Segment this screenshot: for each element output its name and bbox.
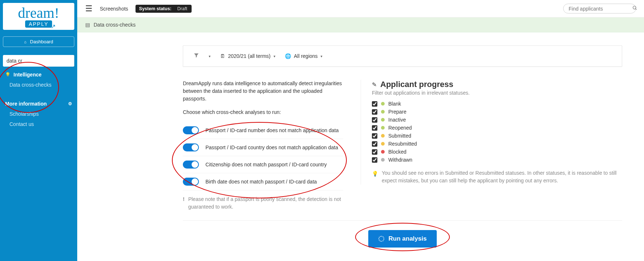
status-checkbox[interactable] bbox=[372, 125, 377, 131]
status-dot-icon bbox=[381, 158, 385, 162]
lightbulb-icon: 💡 bbox=[372, 170, 378, 185]
nav-item-data-cross-checks[interactable]: Data cross-checks bbox=[3, 80, 74, 90]
content: ▾ 🗓 2020/21 (all terms) ▾ 🌐 All regions … bbox=[77, 32, 644, 261]
progress-tip: 💡 You should see no errors in Submitted … bbox=[372, 169, 622, 185]
status-checkbox[interactable] bbox=[372, 109, 377, 115]
option-label: Passport / ID-card country does not matc… bbox=[205, 145, 338, 150]
status-label: Reopened bbox=[388, 125, 412, 131]
find-applicants[interactable] bbox=[563, 4, 636, 13]
status-checkbox[interactable] bbox=[372, 133, 377, 139]
nav-item-contact-us[interactable]: Contact us bbox=[3, 119, 74, 129]
breadcrumb: ▤ Data cross-checks bbox=[77, 17, 644, 32]
status-dot-icon bbox=[381, 110, 385, 114]
home-icon: ⌂ bbox=[24, 40, 27, 44]
toggle-passport-country[interactable] bbox=[183, 143, 199, 151]
status-label: Blank bbox=[388, 101, 401, 107]
status-checkbox[interactable] bbox=[372, 157, 377, 163]
logo-script: dream! bbox=[7, 6, 70, 20]
status-checkbox[interactable] bbox=[372, 149, 377, 155]
option-row: Citizenship does not match passport / ID… bbox=[183, 156, 343, 173]
toggle-citizenship[interactable] bbox=[183, 161, 199, 169]
lightbulb-icon: 💡 bbox=[5, 72, 11, 77]
status-dot-icon bbox=[381, 134, 385, 138]
sidebar: dream! APPLY ⌂ Dashboard 💡 Intelligence … bbox=[0, 0, 77, 261]
chevron-down-icon[interactable]: ▾ bbox=[209, 54, 211, 58]
topbar: ☰ Screenshots System status: Draft bbox=[77, 0, 644, 17]
run-label: Run analysis bbox=[389, 235, 427, 242]
gear-icon[interactable]: ⚙ bbox=[68, 101, 72, 106]
status-row: Withdrawn bbox=[372, 157, 622, 163]
sidebar-search-input[interactable] bbox=[3, 55, 74, 67]
region-label: All regions bbox=[294, 53, 318, 59]
status-row: Reopened bbox=[372, 125, 622, 131]
screenshots-link[interactable]: Screenshots bbox=[100, 6, 128, 12]
tip-text: You should see no errors in Submitted or… bbox=[382, 169, 622, 185]
nav-intelligence-label: Intelligence bbox=[13, 72, 42, 78]
status-checkbox[interactable] bbox=[372, 101, 377, 107]
run-analysis-button[interactable]: Run analysis bbox=[368, 230, 437, 248]
status-row: Inactive bbox=[372, 117, 622, 123]
find-applicants-input[interactable] bbox=[569, 6, 632, 12]
funnel-icon[interactable] bbox=[193, 52, 199, 60]
system-status-label: System status: bbox=[139, 6, 172, 11]
scan-note: ! Please note that if a passport is poor… bbox=[183, 195, 343, 211]
book-icon: ▤ bbox=[85, 22, 90, 28]
chevron-down-icon: ▾ bbox=[274, 54, 275, 58]
system-status-pill[interactable]: System status: Draft bbox=[136, 5, 192, 13]
nav-item-scholarships[interactable]: Scholarships bbox=[3, 109, 74, 119]
status-checkbox[interactable] bbox=[372, 141, 377, 147]
breadcrumb-title: Data cross-checks bbox=[94, 22, 136, 28]
term-label: 2020/21 (all terms) bbox=[228, 53, 271, 59]
system-status-value: Draft bbox=[175, 6, 189, 11]
svg-point-2 bbox=[633, 6, 636, 9]
pencil-icon: ✎ bbox=[372, 81, 377, 88]
progress-panel: ✎ Applicant progress Filter out applicat… bbox=[361, 80, 622, 185]
main: ☰ Screenshots System status: Draft ▤ Dat… bbox=[77, 0, 644, 261]
status-checkbox[interactable] bbox=[372, 117, 377, 123]
svg-line-3 bbox=[636, 9, 637, 10]
progress-title: Applicant progress bbox=[380, 80, 453, 89]
option-label: Birth date does not match passport / ID-… bbox=[205, 179, 317, 185]
spinner-icon bbox=[378, 236, 384, 242]
filter-bar: ▾ 🗓 2020/21 (all terms) ▾ 🌐 All regions … bbox=[183, 46, 622, 67]
nav-section-intelligence[interactable]: 💡 Intelligence bbox=[3, 67, 74, 80]
exclamation-icon: ! bbox=[183, 195, 185, 211]
status-dot-icon bbox=[381, 118, 385, 122]
status-dot-icon bbox=[381, 142, 385, 146]
option-row: Birth date does not match passport / ID-… bbox=[183, 173, 343, 190]
status-label: Withdrawn bbox=[388, 157, 412, 163]
status-row: Resubmitted bbox=[372, 141, 622, 147]
analysis-panel: DreamApply runs data intelligence to aut… bbox=[183, 80, 343, 211]
actions-bar: Run analysis bbox=[183, 220, 622, 248]
sidebar-search-button[interactable] bbox=[74, 55, 74, 67]
toggle-birthdate[interactable] bbox=[183, 178, 199, 186]
option-label: Citizenship does not match passport / ID… bbox=[205, 162, 327, 167]
option-row: Passport / ID-card number does not match… bbox=[183, 122, 343, 139]
region-dropdown[interactable]: 🌐 All regions ▾ bbox=[285, 53, 322, 59]
calendar-icon: 🗓 bbox=[220, 53, 225, 59]
status-label: Resubmitted bbox=[388, 141, 417, 147]
status-row: Blank bbox=[372, 101, 622, 107]
status-label: Prepare bbox=[388, 109, 407, 115]
status-dot-icon bbox=[381, 102, 385, 106]
intro-text: DreamApply runs data intelligence to aut… bbox=[183, 80, 343, 103]
status-row: Prepare bbox=[372, 109, 622, 115]
progress-subtitle: Filter out applications in irrelevant st… bbox=[372, 90, 622, 96]
dashboard-label: Dashboard bbox=[30, 39, 53, 44]
globe-icon: 🌐 bbox=[285, 53, 291, 59]
status-label: Submitted bbox=[388, 133, 411, 139]
status-row: Submitted bbox=[372, 133, 622, 139]
toggle-passport-number[interactable] bbox=[183, 126, 199, 134]
status-list: BlankPrepareInactiveReopenedSubmittedRes… bbox=[372, 101, 622, 163]
option-label: Passport / ID-card number does not match… bbox=[205, 127, 339, 133]
note-text: Please note that if a passport is poorly… bbox=[188, 195, 343, 211]
hamburger-icon[interactable]: ☰ bbox=[85, 4, 93, 13]
sidebar-search bbox=[3, 55, 74, 67]
nav-section-more-info: More information ⚙ bbox=[3, 90, 74, 109]
chevron-down-icon: ▾ bbox=[321, 54, 322, 58]
status-label: Inactive bbox=[388, 117, 406, 123]
dashboard-button[interactable]: ⌂ Dashboard bbox=[3, 36, 74, 47]
term-dropdown[interactable]: 🗓 2020/21 (all terms) ▾ bbox=[220, 53, 275, 59]
status-row: Blocked bbox=[372, 149, 622, 155]
logo: dream! APPLY bbox=[3, 3, 74, 30]
